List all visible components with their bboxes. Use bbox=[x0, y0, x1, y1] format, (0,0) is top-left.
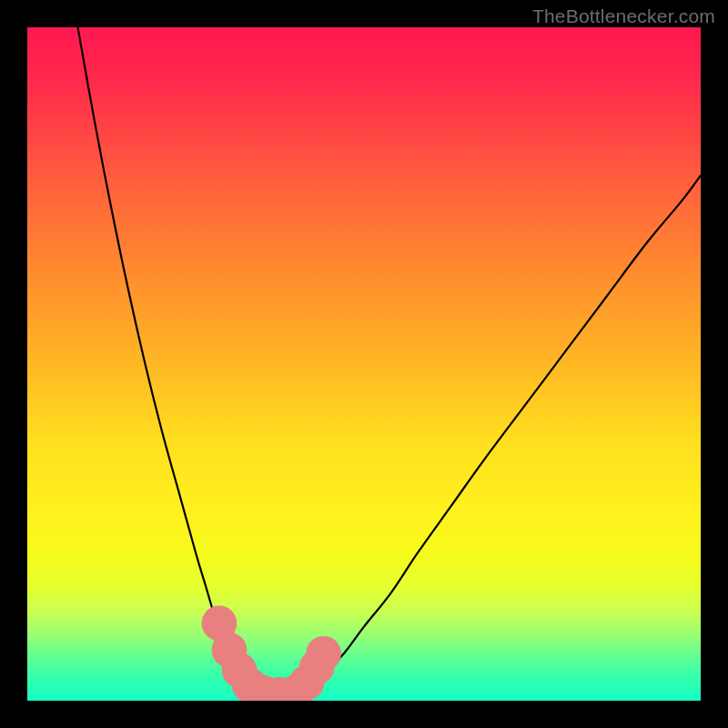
watermark: TheBottlenecker.com bbox=[532, 5, 715, 27]
curve-right-branch bbox=[297, 176, 701, 694]
curve-left-branch bbox=[78, 27, 264, 695]
bottleneck-curve bbox=[27, 27, 701, 701]
marker-point bbox=[306, 636, 341, 672]
chart-frame: TheBottlenecker.com bbox=[0, 0, 728, 728]
plot-area bbox=[27, 27, 701, 701]
